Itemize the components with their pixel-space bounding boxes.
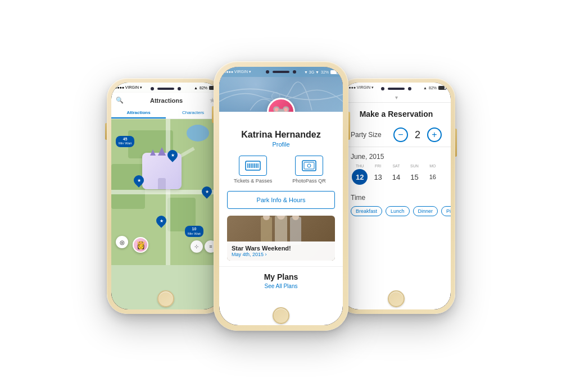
filter-bar: ⊹ ≡ [191,240,217,253]
home-button-center[interactable] [273,307,289,324]
reservation-screen: ●●●● VIRGIN ▾ ▲ 82% ▾ Make a Reservation… [342,83,451,309]
home-button-left[interactable] [157,290,174,307]
phone-top-bar-center [266,70,296,74]
map-water-1 [187,125,209,142]
phone-top-bar-left [151,87,181,90]
profile-name: Katrina Hernandez [241,130,320,140]
sensor-right [408,87,411,90]
promo-title: Star Wars Weekend! [232,245,330,252]
photopass-action[interactable]: PhotoPass QR [287,156,332,184]
carrier-right: ●●●● VIRGIN ▾ [346,85,374,90]
list-icon: ≡ [209,244,212,249]
tab-attractions[interactable]: Attractions [111,108,166,118]
filter-button[interactable]: ⊹ [191,240,203,253]
date-16[interactable]: 16 [425,169,441,185]
day-sun: Sun [410,164,419,168]
chip-lunch[interactable]: Lunch [386,206,410,216]
phone-top-bar-right [381,87,411,90]
date-13[interactable]: 13 [370,169,386,185]
phone-center: ●●●● VIRGIN ▾ ▼ 3G ▼ 32% [214,61,348,331]
location-button[interactable]: ◎ [116,236,128,248]
profile-avatar-wrap: 🐭 [267,98,295,112]
cal-col-sun: Sun 15 [405,164,423,185]
date-month: June, 2015 [351,153,442,161]
party-plus-button[interactable]: + [427,127,442,142]
chip-pic[interactable]: Pic... [441,206,451,216]
speaker-left [157,88,174,90]
photopass-icon [301,159,317,172]
castle-tower [158,178,166,189]
phone-inner-left: ●●●● VIRGIN ▾ ▲ 82% 🔍 Attractions ★ Attr… [111,83,220,309]
tickets-label: Tickets & Passes [234,178,273,184]
scene: ●●●● VIRGIN ▾ ▲ 82% 🔍 Attractions ★ Attr… [0,0,562,392]
location-icon: ◎ [120,239,125,245]
castle-spire-center [158,147,166,156]
profile-link[interactable]: Profile [272,141,289,148]
party-label: Party Size [351,131,382,139]
wifi-right: ▲ [423,86,427,90]
map-nav: 🔍 Attractions ★ [111,93,220,108]
promo-overlay: Star Wars Weekend! May 4th, 2015 › [227,241,335,261]
date-14[interactable]: 14 [388,169,404,185]
tickets-action[interactable]: Tickets & Passes [230,156,275,184]
promo-image[interactable]: Star Wars Weekend! May 4th, 2015 › [227,216,335,261]
carrier-left: ●●●● VIRGIN ▾ [115,85,142,90]
camera-center [266,70,269,74]
map-area: 45 Min Wait 10 Min Wait ◎ [111,119,220,265]
cross-road [166,119,170,265]
home-button-right[interactable] [388,290,405,307]
see-all-plans-link[interactable]: See All Plans [219,283,343,289]
svg-rect-10 [304,162,314,169]
carrier-center: ●●●● VIRGIN ▾ [224,70,251,74]
tickets-icon-box [239,156,267,176]
party-size-row: Party Size − 2 + [342,123,451,147]
chevron-down-icon: ▾ [395,94,398,101]
svg-point-11 [307,164,311,167]
wait-min-1: 45 [119,137,132,142]
camera-right [381,87,384,90]
minus-icon: − [398,130,403,139]
date-15[interactable]: 15 [406,169,422,185]
map-tabs: Attractions Characters [111,108,220,119]
head-2 [277,216,285,220]
phone-left: ●●●● VIRGIN ▾ ▲ 82% 🔍 Attractions ★ Attr… [107,78,225,314]
chip-breakfast[interactable]: Breakfast [351,206,382,216]
date-12[interactable]: 12 [352,169,368,185]
head-1 [263,216,270,221]
profile-header-bg: ●●●● VIRGIN ▾ ▼ 3G ▼ 32% [219,67,343,112]
sensor-center [293,70,296,74]
chip-dinner[interactable]: Dinner [413,206,438,216]
search-icon[interactable]: 🔍 [116,97,124,104]
time-chips: Breakfast Lunch Dinner Pic... [351,206,442,216]
photopass-label: PhotoPass QR [292,178,326,184]
calendar-row: Thu 12 Fri 13 Sat 14 [351,164,442,185]
party-count: 2 [415,129,420,141]
party-minus-button[interactable]: − [393,127,408,142]
map-screen: ●●●● VIRGIN ▾ ▲ 82% 🔍 Attractions ★ Attr… [111,83,220,309]
photopass-icon-box [295,156,323,176]
wait-bubble-1: 45 Min Wait [116,136,134,147]
profile-screen: ●●●● VIRGIN ▾ ▼ 3G ▼ 32% [219,67,343,325]
day-sat: Sat [392,164,400,168]
time-section: Time Breakfast Lunch Dinner Pic... [342,188,451,220]
battery-center: 32% [321,70,329,74]
castle-spire-left [150,149,156,156]
date-section: June, 2015 Thu 12 Fri 13 [342,147,451,188]
filter-icon: ⊹ [194,244,199,249]
phone-right: ●●●● VIRGIN ▾ ▲ 82% ▾ Make a Reservation… [337,78,455,314]
profile-actions: Tickets & Passes PhotoPass QR [219,156,343,184]
wifi-left: ▲ [194,86,198,90]
promo-date[interactable]: May 4th, 2015 › [232,252,330,257]
figure-3 [290,217,301,245]
speaker-right [388,88,405,90]
map-area-2 [111,164,145,209]
sensor-left [178,87,181,90]
party-controls: − 2 + [393,127,442,142]
reservation-title: Make a Reservation [342,103,451,123]
park-info-label: Park Info & Hours [257,197,306,203]
time-label: Time [351,194,442,202]
cal-col-fri: Fri 13 [369,164,387,185]
park-info-button[interactable]: Park Info & Hours [227,191,335,209]
network-center: ▼ 3G ▼ [304,70,319,74]
plus-icon: + [432,130,437,139]
